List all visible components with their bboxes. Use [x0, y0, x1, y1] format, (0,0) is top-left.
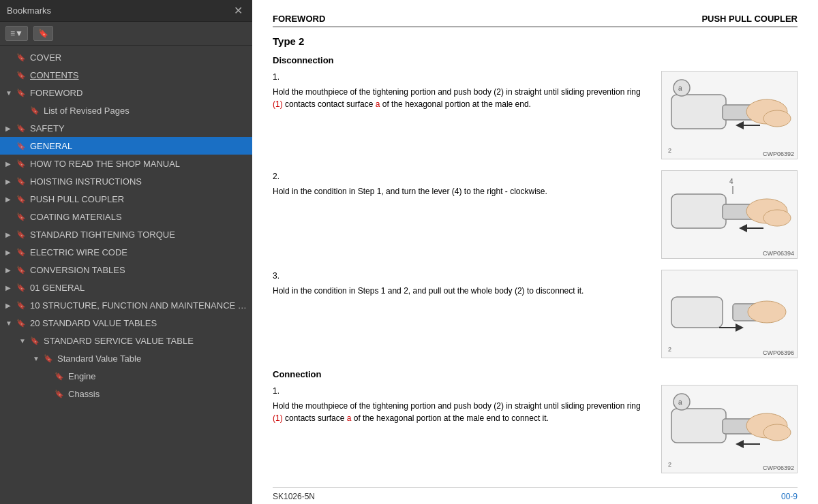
bookmark-page-icon: 🔖 [16, 71, 26, 80]
sidebar-title: Bookmarks [7, 5, 51, 16]
step-1-image: a 2 CWP06392 [661, 71, 798, 159]
bookmark-label: 20 STANDARD VALUE TABLES [30, 318, 157, 328]
bookmark-item-safety[interactable]: ▶🔖SAFETY [0, 119, 252, 137]
bookmark-item-chassis[interactable]: 🔖Chassis [0, 385, 252, 403]
sidebar-close-button[interactable]: ✕ [231, 4, 245, 17]
expand-arrow-icon: ▼ [5, 89, 14, 97]
bookmark-page-icon: 🔖 [30, 336, 40, 345]
svg-rect-0 [671, 95, 726, 129]
bookmark-item-general[interactable]: 🔖GENERAL [0, 137, 252, 155]
bookmark-page-icon: 🔖 [16, 319, 26, 328]
svg-point-6 [763, 110, 791, 127]
footer-right: 00-9 [781, 492, 798, 501]
sidebar-toolbar: ≡▼ 🔖 [0, 22, 252, 46]
step-3-image: 2 CWP06396 [661, 270, 798, 358]
bookmark-page-icon: 🔖 [16, 159, 26, 168]
bookmark-item-list-revised[interactable]: 🔖List of Revised Pages [0, 101, 252, 119]
expand-arrow-icon: ▶ [5, 195, 14, 203]
step-3-text: Hold in the condition in Steps 1 and 2, … [273, 285, 650, 297]
expand-arrow-icon: ▶ [5, 125, 14, 132]
bookmark-page-icon: 🔖 [16, 230, 26, 239]
toolbar-collapse-button[interactable]: ≡▼ [5, 26, 28, 41]
bookmark-item-contents[interactable]: 🔖CONTENTS [0, 66, 252, 84]
bookmark-item-push-pull[interactable]: ▶🔖PUSH PULL COUPLER [0, 190, 252, 208]
bookmark-item-std-torque[interactable]: ▶🔖STANDARD TIGHTENING TORQUE [0, 225, 252, 243]
disconnection-step-3: 3. Hold in the condition in Steps 1 and … [273, 270, 798, 358]
bookmark-item-std-service[interactable]: ▼🔖STANDARD SERVICE VALUE TABLE [0, 332, 252, 349]
svg-rect-8 [671, 194, 726, 228]
bookmark-label: PUSH PULL COUPLER [30, 194, 124, 204]
bookmark-label: CONTENTS [30, 70, 79, 80]
bookmark-page-icon: 🔖 [16, 142, 26, 151]
step-2-caption: CWP06394 [763, 250, 794, 257]
expand-arrow-icon: ▼ [33, 355, 41, 362]
bookmark-label: STANDARD SERVICE VALUE TABLE [44, 336, 194, 346]
conn-step-1-text: Hold the mouthpiece of the tightening po… [273, 400, 650, 424]
svg-rect-20 [671, 409, 726, 443]
svg-point-25 [763, 424, 791, 441]
doc-header-left: FOREWORD [273, 14, 325, 24]
bookmark-page-icon: 🔖 [16, 212, 26, 221]
bookmark-item-foreword[interactable]: ▼🔖FOREWORD [0, 84, 252, 101]
step-2-text: Hold in the condition in Step 1, and tur… [273, 185, 650, 198]
footer-left: SK1026-5N [273, 492, 315, 501]
bookmark-item-std-value-table[interactable]: ▼🔖Standard Value Table [0, 349, 252, 367]
expand-arrow-icon: ▶ [5, 231, 14, 238]
expand-arrow-icon: ▶ [5, 160, 14, 168]
main-content: FOREWORD PUSH PULL COUPLER Type 2 Discon… [252, 0, 818, 504]
collapse-icon: ≡▼ [10, 29, 23, 38]
bookmark-item-20-std-value[interactable]: ▼🔖20 STANDARD VALUE TABLES [0, 314, 252, 332]
step-2-image: 4 CWP06394 [661, 170, 798, 259]
conn-step-1-caption: CWP06392 [763, 464, 794, 471]
bookmark-label: Chassis [68, 389, 100, 399]
sidebar: Bookmarks ✕ ≡▼ 🔖 🔖COVER🔖CONTENTS▼🔖FOREWO… [0, 0, 252, 504]
conn-step-1-num: 1. [273, 385, 650, 397]
expand-arrow-icon: ▶ [5, 266, 14, 274]
bookmark-item-conversion[interactable]: ▶🔖CONVERSION TABLES [0, 261, 252, 279]
bookmark-label: CONVERSION TABLES [30, 265, 125, 275]
bookmark-page-icon: 🔖 [16, 124, 26, 133]
bookmark-label: Standard Value Table [57, 353, 141, 364]
bookmark-page-icon: 🔖 [44, 354, 53, 363]
section-title: Type 2 [273, 35, 798, 47]
bookmark-page-icon: 🔖 [16, 89, 26, 97]
doc-header: FOREWORD PUSH PULL COUPLER [273, 14, 798, 27]
bookmark-item-cover[interactable]: 🔖COVER [0, 48, 252, 66]
bookmark-item-01-general[interactable]: ▶🔖01 GENERAL [0, 279, 252, 296]
connection-title: Connection [273, 369, 798, 379]
disconnection-title: Disconnection [273, 55, 798, 65]
doc-footer: SK1026-5N 00-9 [273, 487, 798, 501]
svg-text:a: a [678, 84, 682, 92]
step-1-caption: CWP06392 [763, 151, 794, 157]
toolbar-bookmark-button[interactable]: 🔖 [33, 26, 53, 41]
coupler-diagram-3: 2 [665, 273, 794, 355]
bookmark-label: COATING MATERIALS [30, 212, 122, 222]
connection-step-1-image: a 2 CWP06392 [661, 385, 798, 473]
expand-arrow-icon: ▶ [5, 284, 14, 292]
bookmark-page-icon: 🔖 [16, 266, 26, 274]
bookmark-label: 10 STRUCTURE, FUNCTION AND MAINTENANCE S… [30, 300, 248, 311]
expand-arrow-icon: ▶ [5, 302, 14, 309]
expand-arrow-icon: ▼ [5, 319, 14, 327]
bookmark-item-how-to-read[interactable]: ▶🔖HOW TO READ THE SHOP MANUAL [0, 155, 252, 172]
bookmark-item-10-structure[interactable]: ▶🔖10 STRUCTURE, FUNCTION AND MAINTENANCE… [0, 296, 252, 314]
bookmark-icon: 🔖 [38, 29, 48, 38]
bookmark-label: List of Revised Pages [44, 106, 130, 116]
bookmark-label: COVER [30, 52, 61, 63]
bookmark-item-electric-wire[interactable]: ▶🔖ELECTRIC WIRE CODE [0, 243, 252, 261]
bookmark-item-hoisting[interactable]: ▶🔖HOISTING INSTRUCTIONS [0, 172, 252, 190]
svg-text:4: 4 [729, 178, 733, 185]
expand-arrow-icon: ▶ [5, 249, 14, 256]
connection-step-1: 1. Hold the mouthpiece of the tightening… [273, 385, 798, 473]
bookmark-label: ELECTRIC WIRE CODE [30, 247, 127, 257]
bookmark-item-engine[interactable]: 🔖Engine [0, 367, 252, 385]
expand-arrow-icon: ▶ [5, 178, 14, 185]
bookmark-label: Engine [68, 371, 95, 381]
svg-text:2: 2 [668, 147, 671, 154]
svg-text:a: a [678, 398, 682, 406]
bookmark-item-coating[interactable]: 🔖COATING MATERIALS [0, 208, 252, 225]
bookmark-page-icon: 🔖 [16, 301, 26, 310]
step-3-caption: CWP06396 [763, 349, 794, 356]
svg-rect-15 [671, 297, 723, 328]
doc-header-right: PUSH PULL COUPLER [701, 14, 798, 24]
